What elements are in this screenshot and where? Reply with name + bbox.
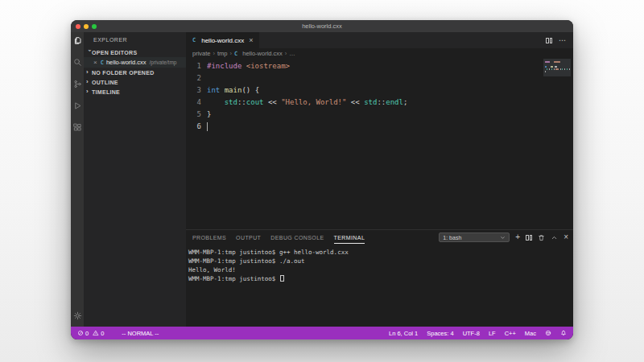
minimap-segment (567, 68, 568, 70)
status-item[interactable]: Ln 6, Col 1 (389, 330, 418, 337)
line-number: 6 (186, 121, 201, 133)
code-line[interactable] (207, 72, 573, 84)
breadcrumb-item[interactable]: … (289, 50, 295, 57)
code-line[interactable]: int main() { (207, 84, 573, 97)
code-line[interactable]: #include <iostream> (207, 60, 573, 72)
maximize-panel-icon[interactable] (551, 234, 558, 241)
vscode-window: hello-world.cxx (71, 20, 573, 339)
status-item[interactable]: C++ (505, 330, 516, 337)
minimap-segment (545, 66, 547, 68)
code-token: "Hello, World!" (281, 98, 346, 106)
window-title: hello-world.cxx (302, 23, 342, 30)
minimap-segment (554, 61, 560, 63)
code-token: :: (377, 98, 386, 106)
traffic-lights (76, 24, 97, 29)
minimap-segment (545, 61, 550, 63)
minimap-segment (551, 68, 552, 70)
breadcrumb-item[interactable]: hello-world.cxx (242, 50, 283, 57)
code-token: cout (246, 98, 264, 106)
code-token (207, 98, 225, 106)
chevron-right-icon: › (86, 88, 92, 95)
terminal-line: Hello, World! (188, 265, 573, 274)
status-bar-right: Ln 6, Col 1Spaces: 4UTF-8LFC++Mac (389, 330, 567, 337)
shell-select-value: 1: bash (443, 235, 461, 241)
code-line[interactable] (207, 121, 573, 133)
minimap-segment (549, 68, 550, 70)
cpp-file-icon: C (192, 37, 196, 43)
code-token: <iostream> (246, 62, 290, 70)
chevron-down-icon: › (86, 50, 93, 56)
explorer-icon[interactable] (73, 36, 82, 45)
sidebar-section-timeline[interactable]: ›TIMELINE (84, 87, 186, 97)
problems-status[interactable]: 0 0 (77, 330, 104, 337)
panel-tab-output[interactable]: OUTPUT (236, 232, 261, 244)
minimize-window-button[interactable] (84, 24, 89, 29)
editor-actions: ⋯ (546, 32, 573, 48)
open-editor-item[interactable]: × C hello-world.cxx /private/tmp (84, 57, 186, 68)
text-cursor (207, 122, 208, 131)
section-label: NO FOLDER OPENED (92, 70, 155, 76)
status-item[interactable]: Spaces: 4 (427, 330, 453, 337)
zoom-window-button[interactable] (92, 24, 97, 29)
status-item[interactable]: UTF-8 (463, 330, 480, 337)
code-line[interactable]: std::cout << "Hello, World!" << std::end… (207, 97, 573, 109)
sidebar-section-no-folder-opened[interactable]: ›NO FOLDER OPENED (84, 68, 186, 77)
code-token: #include (207, 62, 242, 70)
code-line[interactable]: } (207, 109, 573, 121)
sidebar-section-outline[interactable]: ›OUTLINE (84, 77, 186, 87)
vim-mode-indicator[interactable]: -- NORMAL -- (122, 330, 159, 337)
sidebar-title: EXPLORER (84, 32, 186, 47)
close-window-button[interactable] (76, 24, 80, 29)
warning-count: 0 (101, 330, 104, 337)
panel-tab-bar: PROBLEMSOUTPUTDEBUG CONSOLETERMINAL 1: b… (186, 230, 573, 245)
split-editor-icon[interactable] (546, 38, 552, 43)
tab-label: hello-world.cxx (201, 37, 244, 44)
explorer-sidebar: EXPLORER › OPEN EDITORS × C hello-world.… (84, 32, 186, 327)
settings-gear-icon[interactable] (73, 311, 82, 320)
editor-area: C hello-world.cxx × ⋯ private›tmp›Chello… (186, 32, 573, 327)
kill-terminal-icon[interactable] (538, 234, 545, 241)
minimap-segment (545, 71, 546, 72)
breadcrumb-separator: › (285, 50, 287, 57)
minimap-segment (555, 68, 559, 70)
close-panel-icon[interactable]: × (564, 233, 568, 241)
panel-actions: 1: bash + × (439, 232, 568, 242)
close-editor-icon[interactable]: × (93, 59, 97, 66)
breadcrumb-item[interactable]: tmp (217, 50, 228, 57)
split-terminal-icon[interactable] (526, 235, 532, 241)
feedback-smiley-icon[interactable] (545, 330, 551, 336)
status-item[interactable]: LF (489, 330, 496, 337)
search-icon[interactable] (73, 58, 82, 67)
panel-tab-problems[interactable]: PROBLEMS (192, 232, 226, 244)
breadcrumb-item[interactable]: private (192, 50, 211, 57)
close-tab-icon[interactable]: × (249, 36, 253, 44)
status-item[interactable]: Mac (525, 330, 536, 337)
code-editor[interactable]: 123456 #include <iostream>int main() { s… (186, 59, 573, 229)
open-editors-header[interactable]: › OPEN EDITORS (84, 47, 186, 57)
code-token: () { (242, 86, 259, 94)
desktop-background: hello-world.cxx (0, 0, 644, 362)
notifications-bell-icon[interactable] (560, 330, 567, 336)
code-content[interactable]: #include <iostream>int main() { std::cou… (207, 59, 573, 229)
extensions-icon[interactable] (73, 123, 82, 132)
open-editor-filepath: /private/tmp (150, 60, 177, 65)
chevron-down-icon (500, 235, 506, 241)
minimap-segment (564, 68, 565, 70)
titlebar[interactable]: hello-world.cxx (71, 20, 573, 32)
new-terminal-icon[interactable]: + (515, 233, 520, 241)
tab-hello-world[interactable]: C hello-world.cxx × (186, 32, 259, 48)
terminal-shell-select[interactable]: 1: bash (439, 232, 510, 242)
panel-tab-debug-console[interactable]: DEBUG CONSOLE (270, 232, 324, 244)
minimap-segment (554, 68, 555, 70)
run-debug-icon[interactable] (73, 101, 82, 110)
code-token: ; (403, 98, 407, 106)
source-control-icon[interactable] (73, 80, 82, 88)
chevron-right-icon: › (86, 69, 92, 76)
code-token: main (225, 86, 242, 94)
minimap[interactable] (543, 59, 571, 78)
more-actions-icon[interactable]: ⋯ (559, 36, 567, 44)
panel-tab-terminal[interactable]: TERMINAL (334, 232, 365, 244)
tab-bar-empty (259, 32, 546, 48)
error-count: 0 (85, 330, 89, 337)
terminal-output[interactable]: WMM-MBP-1:tmp justintoo$ g++ hello-world… (186, 245, 573, 327)
